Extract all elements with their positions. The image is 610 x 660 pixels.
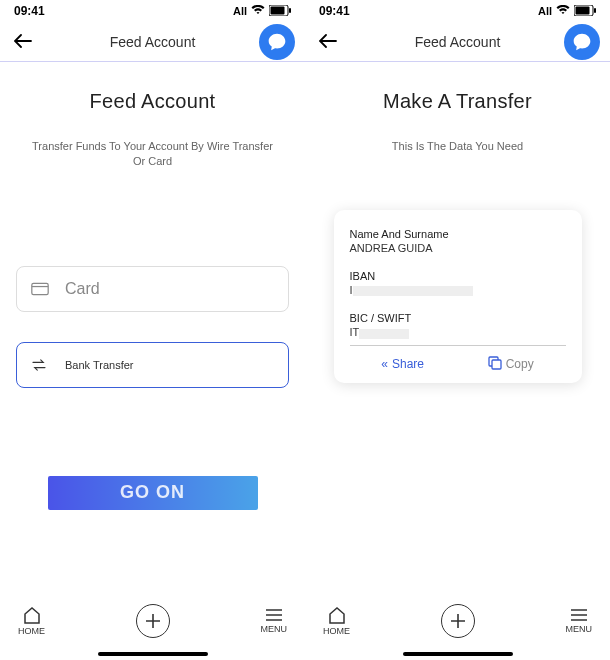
- screen-feed-account: 09:41 All Feed Account Feed Account Tran…: [0, 0, 305, 660]
- info-name: Name And Surname ANDREA GUIDA: [350, 228, 566, 254]
- wifi-icon: [251, 5, 265, 17]
- copy-icon: [488, 356, 502, 373]
- card-actions: « Share Copy: [350, 354, 566, 373]
- option-card-label: Card: [65, 280, 100, 298]
- carrier: All: [233, 5, 247, 17]
- chat-button[interactable]: [259, 24, 295, 60]
- status-time: 09:41: [319, 4, 350, 18]
- copy-label: Copy: [506, 357, 534, 371]
- nav-home[interactable]: HOME: [323, 606, 350, 636]
- bic-label: BIC / SWIFT: [350, 312, 566, 324]
- svg-rect-1: [271, 6, 285, 14]
- bic-value: IT: [350, 326, 566, 338]
- status-right: All: [233, 5, 291, 18]
- divider: [350, 345, 566, 346]
- svg-rect-7: [594, 8, 596, 13]
- plus-icon: [450, 613, 466, 629]
- nav-home-label: HOME: [18, 626, 45, 636]
- iban-value: I: [350, 284, 566, 296]
- carrier: All: [538, 5, 552, 17]
- share-label: Share: [392, 357, 424, 371]
- svg-rect-2: [289, 8, 291, 13]
- nav-menu[interactable]: MENU: [261, 608, 288, 634]
- chat-button[interactable]: [564, 24, 600, 60]
- back-button[interactable]: [315, 26, 341, 57]
- name-label: Name And Surname: [350, 228, 566, 240]
- status-bar: 09:41 All: [0, 0, 305, 22]
- svg-rect-9: [492, 360, 501, 369]
- content: Feed Account Transfer Funds To Your Acco…: [0, 62, 305, 660]
- page-title: Feed Account: [16, 90, 289, 113]
- go-on-label: GO ON: [120, 482, 185, 503]
- transfer-icon: [31, 359, 57, 371]
- bottom-nav: HOME MENU: [305, 590, 610, 660]
- menu-icon: [265, 608, 283, 622]
- nav-home-label: HOME: [323, 626, 350, 636]
- transfer-info-card: Name And Surname ANDREA GUIDA IBAN I BIC…: [334, 210, 582, 382]
- nav-bar: Feed Account: [0, 22, 305, 62]
- share-button[interactable]: « Share: [381, 357, 424, 371]
- card-icon: [31, 282, 57, 296]
- option-card[interactable]: Card: [16, 266, 289, 312]
- nav-menu-label: MENU: [261, 624, 288, 634]
- nav-add-button[interactable]: [136, 604, 170, 638]
- info-bic: BIC / SWIFT IT: [350, 312, 566, 338]
- nav-menu-label: MENU: [566, 624, 593, 634]
- option-bank-label: Bank Transfer: [65, 359, 133, 371]
- status-bar: 09:41 All: [305, 0, 610, 22]
- info-iban: IBAN I: [350, 270, 566, 296]
- page-subtitle: This Is The Data You Need: [321, 139, 594, 154]
- back-button[interactable]: [10, 26, 36, 57]
- nav-title: Feed Account: [110, 34, 196, 50]
- bottom-nav: HOME MENU: [0, 590, 305, 660]
- nav-home[interactable]: HOME: [18, 606, 45, 636]
- home-indicator: [403, 652, 513, 656]
- wifi-icon: [556, 5, 570, 17]
- home-icon: [22, 606, 42, 624]
- battery-icon: [269, 5, 291, 18]
- iban-label: IBAN: [350, 270, 566, 282]
- screen-make-transfer: 09:41 All Feed Account Make A Transfer T…: [305, 0, 610, 660]
- home-indicator: [98, 652, 208, 656]
- plus-icon: [145, 613, 161, 629]
- nav-add-button[interactable]: [441, 604, 475, 638]
- nav-title: Feed Account: [415, 34, 501, 50]
- page-title: Make A Transfer: [321, 90, 594, 113]
- status-right: All: [538, 5, 596, 18]
- share-icon: «: [381, 357, 388, 371]
- go-on-button[interactable]: GO ON: [48, 476, 258, 510]
- option-bank-transfer[interactable]: Bank Transfer: [16, 342, 289, 388]
- copy-button[interactable]: Copy: [488, 356, 534, 373]
- svg-rect-6: [576, 6, 590, 14]
- svg-rect-3: [32, 283, 48, 294]
- battery-icon: [574, 5, 596, 18]
- content: Make A Transfer This Is The Data You Nee…: [305, 62, 610, 660]
- page-subtitle: Transfer Funds To Your Account By Wire T…: [16, 139, 289, 170]
- nav-menu[interactable]: MENU: [566, 608, 593, 634]
- home-icon: [327, 606, 347, 624]
- menu-icon: [570, 608, 588, 622]
- status-time: 09:41: [14, 4, 45, 18]
- name-value: ANDREA GUIDA: [350, 242, 566, 254]
- nav-bar: Feed Account: [305, 22, 610, 62]
